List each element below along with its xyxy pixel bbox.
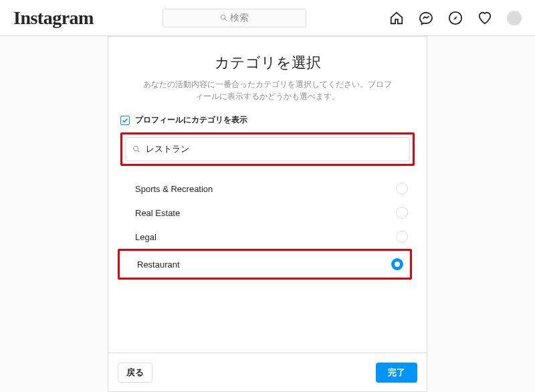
top-nav: Instagram 検索: [0, 0, 535, 36]
category-option-label: Real Estate: [135, 208, 180, 218]
svg-point-4: [134, 146, 138, 151]
selected-option-highlight: Restaurant: [118, 249, 412, 280]
show-on-profile-checkbox[interactable]: [120, 116, 130, 125]
radio-unchecked-icon: [396, 207, 408, 219]
category-modal: カテゴリを選択 あなたの活動内容に一番合ったカテゴリを選択してください。プロフィ…: [108, 36, 427, 392]
search-icon: [220, 14, 227, 21]
category-option[interactable]: Sports & Recreation: [135, 177, 412, 201]
search-placeholder: 検索: [230, 12, 249, 24]
show-on-profile-label: プロフィールにカテゴリを表示: [135, 114, 247, 126]
home-icon[interactable]: [389, 11, 404, 25]
category-option-label: Restaurant: [137, 260, 180, 270]
modal-title: カテゴリを選択: [120, 53, 415, 73]
search-icon: [132, 145, 140, 153]
svg-marker-3: [453, 16, 457, 20]
back-button[interactable]: 戻る: [118, 363, 152, 383]
category-option-label: Sports & Recreation: [135, 184, 213, 194]
svg-line-1: [225, 19, 227, 21]
nav-icons: [389, 11, 522, 25]
category-option[interactable]: Real Estate: [135, 201, 412, 225]
modal-footer: 戻る 完了: [108, 353, 427, 391]
category-option-label: Legal: [135, 232, 156, 242]
category-option-selected[interactable]: Restaurant: [122, 252, 407, 276]
done-button[interactable]: 完了: [376, 363, 417, 383]
messenger-icon[interactable]: [419, 11, 433, 25]
svg-point-0: [221, 15, 225, 19]
svg-line-5: [138, 151, 140, 153]
activity-icon[interactable]: [477, 11, 492, 25]
profile-avatar[interactable]: [507, 11, 522, 25]
explore-icon[interactable]: [448, 11, 463, 25]
instagram-logo[interactable]: Instagram: [13, 7, 94, 29]
radio-unchecked-icon: [396, 183, 408, 195]
check-icon: [122, 117, 128, 124]
category-search-input[interactable]: レストラン: [125, 137, 410, 161]
radio-checked-icon: [391, 258, 403, 270]
radio-unchecked-icon: [396, 231, 408, 243]
category-search-highlight: レストラン: [120, 132, 415, 166]
category-options-list: Sports & Recreation Real Estate Legal Re…: [120, 177, 415, 280]
category-option[interactable]: Legal: [135, 225, 412, 249]
global-search-input[interactable]: 検索: [163, 9, 306, 27]
modal-subtitle: あなたの活動内容に一番合ったカテゴリを選択してください。プロフィールに表示するか…: [120, 78, 415, 102]
category-search-value: レストラン: [146, 143, 189, 155]
